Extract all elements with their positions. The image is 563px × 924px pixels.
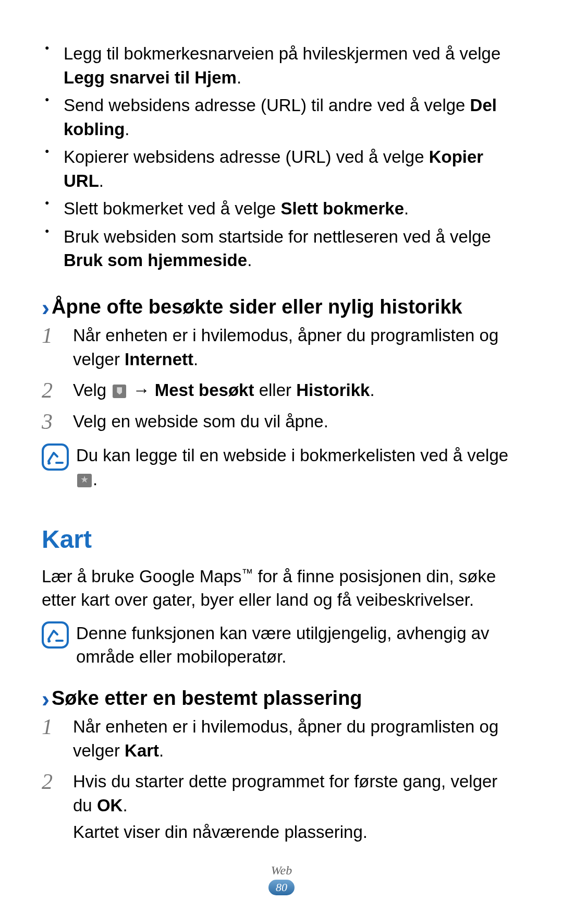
bookmark-tab-icon [113,385,126,398]
note-block-2: Denne funksjonen kan være utilgjengelig,… [42,621,521,669]
bullet-item: Slett bokmerket ved å velge Slett bokmer… [42,197,521,221]
note-icon [42,621,69,649]
intro-paragraph: Lær å bruke Google Maps™ for å finne pos… [42,565,521,612]
step-body: Når enheten er i hvilemodus, åpner du pr… [73,715,521,762]
bullet-item: Kopierer websidens adresse (URL) ved å v… [42,145,521,193]
bullet-post: . [99,171,104,190]
step-post: . [370,380,374,400]
step-mid: eller [254,380,296,400]
note-icon [42,443,69,471]
page: Legg til bokmerkesnarveien på hvileskjer… [0,0,563,924]
step-item: 2 Velg → Mest besøkt eller Historikk. [42,378,521,402]
content: Legg til bokmerkesnarveien på hvileskjer… [42,42,521,844]
step-bold: Internett [125,350,193,369]
steps-list-1: 1 Når enheten er i hvilemodus, åpner du … [42,323,521,433]
section-heading-2: ›Søke etter en bestemt plassering [42,685,521,712]
step-number: 1 [42,715,73,738]
bullet-text: Kopierer websidens adresse (URL) ved å v… [64,147,429,166]
bullet-bold: Bruk som hjemmeside [64,250,247,270]
step-bold: Mest besøkt [155,380,254,400]
note-text: Du kan legge til en webside i bokmerkeli… [76,446,508,465]
footer-section: Web [0,863,563,878]
step-number: 1 [42,323,73,346]
chevron-icon: › [42,294,50,321]
bullet-text: Slett bokmerket ved å velge [64,199,280,218]
step-bold: Historikk [296,380,370,400]
section-title: Åpne ofte besøkte sider eller nylig hist… [52,296,462,318]
steps-list-2: 1 Når enheten er i hvilemodus, åpner du … [42,715,521,844]
note-body: Du kan legge til en webside i bokmerkeli… [76,443,521,491]
step-number: 3 [42,410,73,433]
step-bold: Kart [125,741,159,760]
note-block-1: Du kan legge til en webside i bokmerkeli… [42,443,521,491]
section-heading-1: ›Åpne ofte besøkte sider eller nylig his… [42,293,521,320]
arrow-text: → [128,380,154,400]
step-body: Hvis du starter dette programmet for før… [73,770,521,844]
bullet-item: Legg til bokmerkesnarveien på hvileskjer… [42,42,521,89]
bullet-bold: Slett bokmerke [280,199,404,218]
bullet-post: . [125,119,129,139]
bullet-list: Legg til bokmerkesnarveien på hvileskjer… [42,42,521,272]
main-heading: Kart [42,522,521,557]
step-post: . [159,741,164,760]
note-body: Denne funksjonen kan være utilgjengelig,… [76,621,521,669]
bullet-text: Bruk websiden som startside for nettlese… [64,227,491,246]
step-post: . [193,350,198,369]
step-bold: OK [97,796,123,815]
bullet-text: Legg til bokmerkesnarveien på hvileskjer… [64,44,500,63]
step-text: Velg [73,380,111,400]
step-text: Hvis du starter dette programmet for før… [73,772,497,815]
trademark: ™ [241,567,253,580]
bullet-post: . [247,250,252,270]
step-extra: Kartet viser din nåværende plassering. [73,822,368,842]
note-post: . [93,470,97,489]
section-title: Søke etter en bestemt plassering [52,687,362,709]
intro-text: Lær å bruke Google Maps [42,567,241,586]
bullet-text: Send websidens adresse (URL) til andre v… [64,95,470,115]
page-footer: Web 80 [0,863,563,895]
page-number-badge: 80 [268,880,295,895]
bullet-post: . [404,199,409,218]
bullet-bold: Legg snarvei til Hjem [64,68,237,87]
bullet-post: . [237,68,241,87]
step-body: Velg → Mest besøkt eller Historikk. [73,378,521,402]
step-body: Når enheten er i hvilemodus, åpner du pr… [73,323,521,371]
chevron-icon: › [42,686,50,712]
step-number: 2 [42,770,73,793]
step-item: 3 Velg en webside som du vil åpne. [42,410,521,434]
bullet-item: Bruk websiden som startside for nettlese… [42,225,521,272]
star-icon [77,474,92,487]
bullet-item: Send websidens adresse (URL) til andre v… [42,93,521,141]
step-item: 1 Når enheten er i hvilemodus, åpner du … [42,715,521,762]
step-item: 1 Når enheten er i hvilemodus, åpner du … [42,323,521,371]
step-body: Velg en webside som du vil åpne. [73,410,521,434]
step-number: 2 [42,378,73,401]
step-item: 2 Hvis du starter dette programmet for f… [42,770,521,844]
step-post: . [123,796,127,815]
